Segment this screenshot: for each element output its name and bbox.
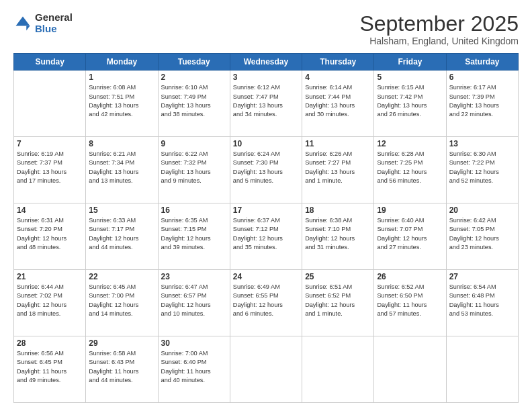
calendar-cell: 7Sunrise: 6:19 AMSunset: 7:37 PMDaylight…: [14, 137, 86, 203]
cell-content: Sunrise: 6:56 AMSunset: 6:45 PMDaylight:…: [17, 349, 83, 385]
title-block: September 2025 Halsham, England, United …: [359, 12, 519, 46]
day-number: 1: [89, 73, 154, 82]
calendar-cell: 13Sunrise: 6:30 AMSunset: 7:22 PMDayligh…: [446, 137, 518, 203]
cell-content: Sunrise: 6:42 AMSunset: 7:05 PMDaylight:…: [449, 216, 515, 252]
calendar-cell: 26Sunrise: 6:52 AMSunset: 6:50 PMDayligh…: [374, 270, 446, 336]
cell-content: Sunrise: 6:19 AMSunset: 7:37 PMDaylight:…: [17, 150, 83, 185]
day-number: 17: [233, 205, 299, 215]
day-header-saturday: Saturday: [446, 54, 518, 71]
cell-content: Sunrise: 6:26 AMSunset: 7:27 PMDaylight:…: [305, 150, 371, 185]
day-number: 19: [377, 205, 443, 215]
calendar-cell: 2Sunrise: 6:10 AMSunset: 7:49 PMDaylight…: [158, 71, 230, 137]
calendar-cell: [302, 336, 374, 403]
day-header-wednesday: Wednesday: [230, 54, 302, 71]
cell-content: Sunrise: 6:31 AMSunset: 7:20 PMDaylight:…: [17, 216, 83, 252]
cell-content: Sunrise: 6:30 AMSunset: 7:22 PMDaylight:…: [449, 150, 515, 185]
day-number: 26: [377, 272, 443, 281]
cell-content: Sunrise: 6:35 AMSunset: 7:15 PMDaylight:…: [161, 216, 227, 252]
calendar-cell: 3Sunrise: 6:12 AMSunset: 7:47 PMDaylight…: [230, 71, 302, 137]
svg-marker-0: [16, 16, 30, 26]
day-number: 3: [233, 73, 299, 82]
cell-content: Sunrise: 6:28 AMSunset: 7:25 PMDaylight:…: [377, 150, 443, 185]
calendar-header-row: SundayMondayTuesdayWednesdayThursdayFrid…: [14, 54, 519, 71]
cell-content: Sunrise: 6:12 AMSunset: 7:47 PMDaylight:…: [233, 83, 299, 119]
calendar-cell: 21Sunrise: 6:44 AMSunset: 7:02 PMDayligh…: [14, 270, 86, 336]
svg-marker-1: [26, 26, 30, 30]
logo-general: General: [35, 12, 73, 24]
day-number: 5: [377, 73, 443, 82]
day-number: 28: [17, 338, 83, 348]
calendar: SundayMondayTuesdayWednesdayThursdayFrid…: [13, 53, 519, 403]
cell-content: Sunrise: 6:51 AMSunset: 6:52 PMDaylight:…: [305, 283, 371, 318]
day-number: 2: [161, 73, 227, 82]
day-number: 10: [233, 139, 299, 148]
day-number: 22: [89, 272, 154, 281]
cell-content: Sunrise: 6:49 AMSunset: 6:55 PMDaylight:…: [233, 283, 299, 318]
calendar-cell: 5Sunrise: 6:15 AMSunset: 7:42 PMDaylight…: [374, 71, 446, 137]
calendar-cell: [446, 336, 518, 403]
cell-content: Sunrise: 6:52 AMSunset: 6:50 PMDaylight:…: [377, 283, 443, 318]
calendar-cell: 9Sunrise: 6:22 AMSunset: 7:32 PMDaylight…: [158, 137, 230, 203]
day-header-monday: Monday: [86, 54, 158, 71]
calendar-cell: [230, 336, 302, 403]
cell-content: Sunrise: 6:24 AMSunset: 7:30 PMDaylight:…: [233, 150, 299, 185]
day-number: 25: [305, 272, 371, 281]
week-row-2: 7Sunrise: 6:19 AMSunset: 7:37 PMDaylight…: [14, 137, 519, 203]
cell-content: Sunrise: 6:54 AMSunset: 6:48 PMDaylight:…: [449, 283, 515, 318]
day-number: 29: [89, 338, 154, 348]
calendar-cell: 10Sunrise: 6:24 AMSunset: 7:30 PMDayligh…: [230, 137, 302, 203]
cell-content: Sunrise: 6:22 AMSunset: 7:32 PMDaylight:…: [161, 150, 227, 185]
calendar-cell: 24Sunrise: 6:49 AMSunset: 6:55 PMDayligh…: [230, 270, 302, 336]
calendar-cell: 14Sunrise: 6:31 AMSunset: 7:20 PMDayligh…: [14, 203, 86, 270]
day-number: 15: [89, 205, 154, 215]
logo-text: General Blue: [35, 12, 73, 34]
week-row-1: 1Sunrise: 6:08 AMSunset: 7:51 PMDaylight…: [14, 71, 519, 137]
day-number: 7: [17, 139, 83, 148]
logo-blue: Blue: [35, 24, 73, 35]
day-number: 27: [449, 272, 515, 281]
day-number: 30: [161, 338, 227, 348]
day-number: 13: [449, 139, 515, 148]
cell-content: Sunrise: 6:17 AMSunset: 7:39 PMDaylight:…: [449, 83, 515, 119]
cell-content: Sunrise: 6:38 AMSunset: 7:10 PMDaylight:…: [305, 216, 371, 252]
day-header-thursday: Thursday: [302, 54, 374, 71]
cell-content: Sunrise: 6:37 AMSunset: 7:12 PMDaylight:…: [233, 216, 299, 252]
day-number: 9: [161, 139, 227, 148]
day-number: 16: [161, 205, 227, 215]
cell-content: Sunrise: 6:15 AMSunset: 7:42 PMDaylight:…: [377, 83, 443, 119]
calendar-cell: 1Sunrise: 6:08 AMSunset: 7:51 PMDaylight…: [86, 71, 158, 137]
week-row-4: 21Sunrise: 6:44 AMSunset: 7:02 PMDayligh…: [14, 270, 519, 336]
day-number: 6: [449, 73, 515, 82]
cell-content: Sunrise: 6:08 AMSunset: 7:51 PMDaylight:…: [89, 83, 154, 119]
cell-content: Sunrise: 6:10 AMSunset: 7:49 PMDaylight:…: [161, 83, 227, 119]
calendar-cell: 6Sunrise: 6:17 AMSunset: 7:39 PMDaylight…: [446, 71, 518, 137]
day-number: 8: [89, 139, 154, 148]
calendar-cell: 18Sunrise: 6:38 AMSunset: 7:10 PMDayligh…: [302, 203, 374, 270]
cell-content: Sunrise: 6:14 AMSunset: 7:44 PMDaylight:…: [305, 83, 371, 119]
calendar-cell: 4Sunrise: 6:14 AMSunset: 7:44 PMDaylight…: [302, 71, 374, 137]
cell-content: Sunrise: 7:00 AMSunset: 6:40 PMDaylight:…: [161, 349, 227, 385]
day-header-friday: Friday: [374, 54, 446, 71]
location: Halsham, England, United Kingdom: [359, 36, 519, 46]
calendar-cell: [14, 71, 86, 137]
calendar-cell: 11Sunrise: 6:26 AMSunset: 7:27 PMDayligh…: [302, 137, 374, 203]
day-number: 18: [305, 205, 371, 215]
calendar-cell: [374, 336, 446, 403]
calendar-cell: 28Sunrise: 6:56 AMSunset: 6:45 PMDayligh…: [14, 336, 86, 403]
calendar-cell: 23Sunrise: 6:47 AMSunset: 6:57 PMDayligh…: [158, 270, 230, 336]
day-number: 23: [161, 272, 227, 281]
logo: General Blue: [13, 12, 73, 34]
header: General Blue September 2025 Halsham, Eng…: [13, 12, 519, 46]
day-number: 20: [449, 205, 515, 215]
cell-content: Sunrise: 6:58 AMSunset: 6:43 PMDaylight:…: [89, 349, 154, 385]
calendar-cell: 15Sunrise: 6:33 AMSunset: 7:17 PMDayligh…: [86, 203, 158, 270]
logo-icon: [13, 14, 32, 33]
calendar-cell: 22Sunrise: 6:45 AMSunset: 7:00 PMDayligh…: [86, 270, 158, 336]
day-number: 24: [233, 272, 299, 281]
cell-content: Sunrise: 6:47 AMSunset: 6:57 PMDaylight:…: [161, 283, 227, 318]
calendar-cell: 12Sunrise: 6:28 AMSunset: 7:25 PMDayligh…: [374, 137, 446, 203]
calendar-cell: 25Sunrise: 6:51 AMSunset: 6:52 PMDayligh…: [302, 270, 374, 336]
calendar-cell: 29Sunrise: 6:58 AMSunset: 6:43 PMDayligh…: [86, 336, 158, 403]
cell-content: Sunrise: 6:21 AMSunset: 7:34 PMDaylight:…: [89, 150, 154, 185]
cell-content: Sunrise: 6:45 AMSunset: 7:00 PMDaylight:…: [89, 283, 154, 318]
